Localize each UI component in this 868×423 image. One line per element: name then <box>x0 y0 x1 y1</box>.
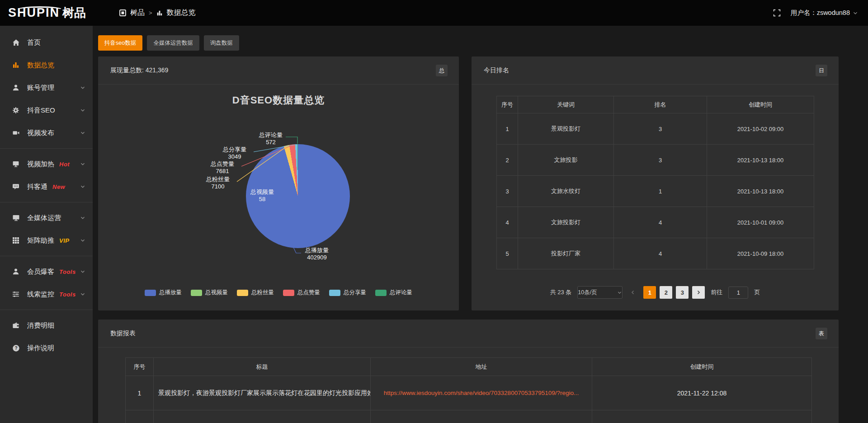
report-card-title: 数据报表 <box>98 320 839 348</box>
legend-label: 总视频量 <box>205 289 228 296</box>
pie-label-value: 3049 <box>217 153 253 160</box>
column-header-rank: 排名 <box>614 96 707 113</box>
sidebar-item-label: 全媒体运营 <box>27 214 61 222</box>
total-count-label: 共 23 条 <box>550 288 572 296</box>
cell-rank: 3 <box>614 113 707 145</box>
gear-icon <box>12 107 21 114</box>
cell-index <box>126 410 154 423</box>
cell-rank: 3 <box>614 145 707 176</box>
cell-title <box>154 410 371 423</box>
sidebar-item-matrix-boost[interactable]: 矩阵助推 VIP <box>0 229 93 252</box>
pie-label-shares: 总分享量 3049 <box>217 146 253 160</box>
legend-swatch <box>283 290 294 296</box>
sidebar-item-media-operation[interactable]: 全媒体运营 <box>0 207 93 229</box>
sidebar-item-douketong[interactable]: 抖客通 New <box>0 175 93 198</box>
cell-rank: 4 <box>614 207 707 238</box>
pie-label-value: 7681 <box>204 168 241 175</box>
chevron-down-icon <box>80 238 85 243</box>
sidebar-item-home[interactable]: 首页 <box>0 31 93 54</box>
tools-badge: Tools <box>59 291 76 298</box>
cell-keyword: 文旅投影 <box>518 145 614 176</box>
chevron-down-icon <box>80 130 85 136</box>
page-button-1[interactable]: 1 <box>643 286 656 299</box>
page-button-2[interactable]: 2 <box>660 286 672 299</box>
fullscreen-icon[interactable] <box>773 9 781 17</box>
sidebar-item-label: 视频发布 <box>27 129 54 137</box>
cell-index: 3 <box>497 176 518 207</box>
chevron-down-icon <box>617 290 622 295</box>
legend-item-likes[interactable]: 总点赞量 <box>283 289 320 296</box>
day-toggle-button[interactable]: 日 <box>816 65 827 76</box>
tab-media-operation-data[interactable]: 全媒体运营数据 <box>147 35 199 51</box>
sidebar-item-data-overview[interactable]: 数据总览 <box>0 54 93 76</box>
column-header-title: 标题 <box>154 358 371 376</box>
legend-item-plays[interactable]: 总播放量 <box>145 289 182 296</box>
cell-index: 1 <box>126 376 154 410</box>
cell-keyword: 景观投影灯 <box>518 113 614 145</box>
goto-unit-label: 页 <box>754 288 760 296</box>
logo-text-cn: 树品 <box>62 5 86 21</box>
next-page-button[interactable] <box>692 286 705 299</box>
breadcrumb-current: 数据总览 <box>167 8 196 18</box>
chevron-down-icon <box>80 269 85 274</box>
cell-created: 2021-10-09 18:00 <box>707 238 814 269</box>
legend-item-shares[interactable]: 总分享量 <box>329 289 366 296</box>
sidebar-divider <box>0 310 93 310</box>
today-rank-card: 今日排名 日 序号 关键词 排名 创建时间 1 景观投影灯 3 <box>472 56 839 310</box>
cell-created: 2021-10-13 18:00 <box>707 176 814 207</box>
pie-chart-area: D音SEO数据量总览 总评论量 572 总分享量 3049 <box>98 85 459 310</box>
legend-label: 总分享量 <box>344 289 366 296</box>
table-row: 3 文旅水纹灯 1 2021-10-13 18:00 <box>497 176 814 207</box>
sidebar-item-label: 矩阵助推 <box>27 236 54 245</box>
pie-label-value: 58 <box>244 196 280 203</box>
legend-item-comments[interactable]: 总评论量 <box>375 289 412 296</box>
chevron-down-icon <box>80 108 85 113</box>
pie-label-name: 总点赞量 <box>204 160 241 168</box>
sidebar-item-label: 视频加热 <box>27 160 54 169</box>
sidebar-item-member-baoke[interactable]: 会员爆客 Tools <box>0 260 93 283</box>
page-size-select[interactable]: 10条/页 <box>577 286 623 299</box>
goto-label: 前往 <box>711 288 722 296</box>
cell-created: 2021-10-02 09:00 <box>707 113 814 145</box>
pie-label-videos: 总视频量 58 <box>244 188 280 202</box>
pie-label-value: 572 <box>253 139 289 146</box>
screen-icon <box>12 160 21 168</box>
cell-url-link[interactable]: https://www.iesdouyin.com/share/video/70… <box>371 376 592 410</box>
sidebar-item-douyin-seo[interactable]: 抖音SEO <box>0 99 93 122</box>
sidebar-item-video-heat[interactable]: 视频加热 Hot <box>0 153 93 175</box>
sidebar-item-video-publish[interactable]: 视频发布 <box>0 122 93 144</box>
legend-swatch <box>237 290 248 296</box>
chevron-down-icon <box>80 184 85 189</box>
sidebar-item-lead-monitor[interactable]: 线索监控 Tools <box>0 283 93 306</box>
legend-label: 总粉丝量 <box>251 289 274 296</box>
prev-page-button[interactable] <box>628 286 637 299</box>
pie-label-value: 402909 <box>302 254 331 261</box>
breadcrumb-root[interactable]: 树品 <box>130 8 145 18</box>
sidebar-item-label: 会员爆客 <box>27 268 54 276</box>
square-icon <box>119 9 126 16</box>
sidebar-item-label: 抖客通 <box>27 183 47 191</box>
monitor-icon <box>12 214 21 221</box>
tab-inquiry-data[interactable]: 询盘数据 <box>204 35 239 51</box>
tab-douyin-seo-data[interactable]: 抖音seo数据 <box>98 35 142 51</box>
cell-keyword: 投影灯厂家 <box>518 238 614 269</box>
chevron-down-icon <box>80 85 85 90</box>
column-header-url: 地址 <box>371 358 592 376</box>
user-menu[interactable]: 用户名：zswodun88 <box>791 9 858 17</box>
video-camera-icon <box>12 129 21 136</box>
cell-index: 1 <box>497 113 518 145</box>
total-toggle-button[interactable]: 总 <box>436 65 448 76</box>
table-header-row: 序号 关键词 排名 创建时间 <box>497 96 814 113</box>
legend-item-videos[interactable]: 总视频量 <box>191 289 228 296</box>
sidebar-item-account[interactable]: 账号管理 <box>0 76 93 99</box>
page-button-3[interactable]: 3 <box>676 286 689 299</box>
legend-item-fans[interactable]: 总粉丝量 <box>237 289 274 296</box>
rank-table: 序号 关键词 排名 创建时间 1 景观投影灯 3 2021-10-02 09:0… <box>496 96 814 269</box>
goto-page-input[interactable] <box>728 287 748 299</box>
sidebar-item-consumption-detail[interactable]: 消费明细 <box>0 314 93 337</box>
table-toggle-button[interactable]: 表 <box>816 328 827 339</box>
cell-created: 2021-10-13 18:00 <box>707 145 814 176</box>
sidebar-item-instructions[interactable]: ? 操作说明 <box>0 337 93 359</box>
pie-label-fans: 总粉丝量 7100 <box>200 176 236 190</box>
cell-created: 2021-10-01 09:00 <box>707 207 814 238</box>
